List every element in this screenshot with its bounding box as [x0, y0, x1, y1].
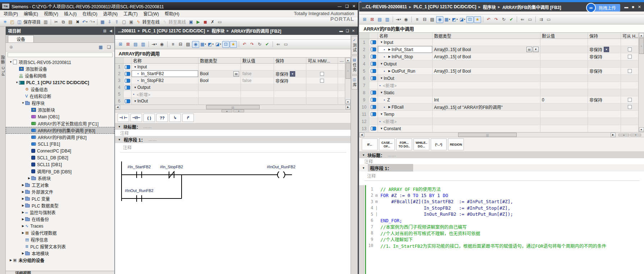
- default-value-cell[interactable]: [241, 98, 274, 104]
- retain-cell[interactable]: [588, 82, 621, 89]
- table-row-3[interactable]: 3▪In_StopFB2Boolfalse非保持: [115, 77, 351, 84]
- menu-item-3[interactable]: 插入(I): [64, 10, 77, 17]
- case-statement[interactable]: CASE... OF...: [379, 138, 395, 150]
- pin-panel-icon[interactable]: ▥: [103, 29, 106, 33]
- online-diagnostics-icon[interactable]: ▣: [187, 18, 195, 25]
- default-value-cell[interactable]: [540, 68, 588, 74]
- editor-options-icon[interactable]: ▭: [526, 16, 534, 23]
- section-expander-icon[interactable]: ▼: [133, 65, 137, 69]
- floating-crumb-2[interactable]: 程序块: [483, 4, 496, 10]
- datatype-cell[interactable]: [198, 91, 241, 97]
- retain-cell[interactable]: [588, 89, 621, 96]
- tree-item-设备代理数据[interactable]: ▶▦设备代理数据: [6, 229, 114, 236]
- tree-item-设备组态[interactable]: ⚙设备组态: [6, 86, 114, 93]
- retain-limits-icon[interactable]: ⊡: [466, 16, 474, 23]
- hscroll-right-icon[interactable]: ▶: [611, 133, 616, 137]
- scl-code-editor[interactable]: 1 // ARRAY OF FB的使用方法2⊟FOR #Z := 0 TO 15…: [359, 185, 644, 274]
- tree-item-Traces[interactable]: ▶∿Traces: [6, 223, 114, 229]
- ladder-operand-start[interactable]: #In_StartFB2: [128, 165, 151, 169]
- scroll-thumb[interactable]: ≡: [346, 63, 351, 79]
- add-device-icon[interactable]: ⊕: [8, 44, 15, 50]
- insert-line-icon[interactable]: ⇥▾: [395, 16, 402, 23]
- go-online-button[interactable]: ϟ: [135, 18, 142, 25]
- datatype-cell[interactable]: [433, 82, 540, 89]
- name-cell[interactable]: ▪▶FBcall: [378, 104, 433, 110]
- go-online-button-label[interactable]: 转至在线: [142, 19, 160, 25]
- default-value-cell[interactable]: false: [241, 77, 274, 84]
- hscroll-track[interactable]: ||||: [121, 105, 345, 109]
- snapshot-icon-dropdown[interactable]: ▾: [212, 43, 214, 46]
- monitor-icon-dropdown[interactable]: ▾: [205, 43, 206, 46]
- tree-expander-icon[interactable]: ▶: [21, 218, 25, 221]
- network-comment[interactable]: 注释: [359, 172, 644, 181]
- datatype-cell[interactable]: Array[0..15] of Bool▤▼: [433, 46, 540, 53]
- tree-item-监控与强制表[interactable]: ▶∞监控与强制表: [6, 209, 114, 216]
- table-row-7[interactable]: 7▪<新增>: [359, 82, 644, 89]
- retain-cell[interactable]: [274, 64, 306, 70]
- outline-icon[interactable]: ▤: [184, 41, 192, 48]
- load-values-icon[interactable]: ◪▾: [459, 16, 466, 23]
- menu-item-8[interactable]: 帮助(H): [165, 10, 179, 17]
- region-block[interactable]: REGION: [448, 138, 464, 150]
- section-expander-icon[interactable]: ▼: [379, 77, 384, 80]
- tree-item-SCL11--DB1-[interactable]: SCL11 [DB1]: [6, 161, 114, 168]
- tree-item-项目SCL-REV05-20200811[interactable]: ▼项目SCL-REV05-20200811: [6, 59, 114, 65]
- load-values-icon-dropdown[interactable]: ▾: [464, 18, 465, 21]
- col-header-4[interactable]: 可从 H...: [621, 33, 638, 38]
- table-row-6[interactable]: 6▼InOut: [359, 75, 644, 82]
- name-cell[interactable]: ▪▶OutPut_Run: [378, 68, 433, 74]
- favorites-icon[interactable]: ★: [474, 16, 481, 23]
- splitter-up-icon[interactable]: ▲: [618, 134, 629, 136]
- outline-icon[interactable]: ▤: [429, 16, 436, 23]
- collapse-icon[interactable]: ▼: [362, 166, 365, 170]
- interface-vscrollbar[interactable]: ▲≡▼: [345, 58, 351, 105]
- retain-cell[interactable]: 非保持: [588, 53, 621, 60]
- tree-expander-icon[interactable]: ▶: [21, 231, 25, 234]
- block-title-placeholder[interactable]: ……: [143, 124, 152, 129]
- task-card-libraries[interactable]: ◫库: [351, 76, 358, 90]
- name-cell[interactable]: ▼Static: [378, 89, 433, 96]
- while-statement[interactable]: WHILE.. DO...: [414, 138, 429, 150]
- splitter-down-icon[interactable]: ▼: [630, 134, 641, 136]
- section-expander-icon[interactable]: ▼: [379, 127, 384, 130]
- tree-item-PLC-报警文本列表[interactable]: ≣PLC 报警文本列表: [6, 243, 114, 250]
- hmi-checkbox[interactable]: [628, 55, 632, 59]
- retain-cell[interactable]: 非保持▼: [588, 46, 621, 53]
- name-cell[interactable]: ▼InOut: [378, 75, 433, 82]
- goto-network-icon[interactable]: ⇐: [275, 41, 282, 48]
- tab-devices[interactable]: 设备: [8, 35, 34, 42]
- favorites-icon[interactable]: ★: [230, 41, 237, 48]
- retain-cell[interactable]: [588, 111, 621, 118]
- default-value-cell[interactable]: [540, 60, 588, 67]
- interface-vscrollbar[interactable]: ▲≡▼: [638, 33, 644, 132]
- call-path-icon[interactable]: ↷: [493, 16, 500, 23]
- scroll-thumb[interactable]: ≡: [639, 38, 644, 54]
- scroll-down-icon[interactable]: ▼: [639, 127, 644, 132]
- tree-item-工艺对象[interactable]: ▶工艺对象: [6, 182, 114, 188]
- block-title-row[interactable]: ▼ 块标题： ……: [359, 152, 644, 158]
- editor-options-icon[interactable]: ▭: [282, 41, 289, 48]
- delete-row-icon[interactable]: ⊠: [369, 16, 376, 23]
- datatype-cell[interactable]: [433, 89, 540, 96]
- tree-expander-icon[interactable]: ▶: [27, 177, 31, 180]
- menu-item-1[interactable]: 编辑(E): [24, 10, 38, 17]
- add-row-icon[interactable]: ▤: [376, 16, 383, 23]
- datatype-dropdown-icon[interactable]: ▼: [533, 47, 539, 52]
- task-card-testing[interactable]: ✓测试: [351, 36, 358, 55]
- drag-upload-overlay[interactable]: ∞ 拖拽上传: [586, 3, 620, 13]
- default-value-cell[interactable]: [540, 46, 588, 53]
- tree-item-未分组的设备[interactable]: ▶▣未分组的设备: [6, 257, 114, 264]
- menu-item-7[interactable]: 窗口(W): [143, 10, 159, 17]
- table-row-12[interactable]: 12▪<新增>: [359, 118, 644, 125]
- collapse-all-icon[interactable]: ⊟: [421, 16, 428, 23]
- comments-icon[interactable]: ◉: [436, 16, 443, 23]
- retain-cell[interactable]: 非保持: [588, 68, 621, 74]
- insert-line-icon[interactable]: ⇥▾: [151, 41, 158, 48]
- datatype-cell[interactable]: Array[0..15] of Bool: [433, 68, 540, 74]
- tree-item-SCL1--FB1-[interactable]: SCL1 [FB1]: [6, 141, 114, 147]
- network-1-label[interactable]: 程序段 1：: [368, 164, 413, 172]
- tree-expander-icon[interactable]: ▼: [15, 81, 19, 84]
- tree-item-PLC-变量[interactable]: ▶PLC 变量: [6, 195, 114, 202]
- start-simulation-icon[interactable]: ▶: [195, 18, 202, 25]
- tree-item-添加新设备[interactable]: ✶添加新设备: [6, 65, 114, 72]
